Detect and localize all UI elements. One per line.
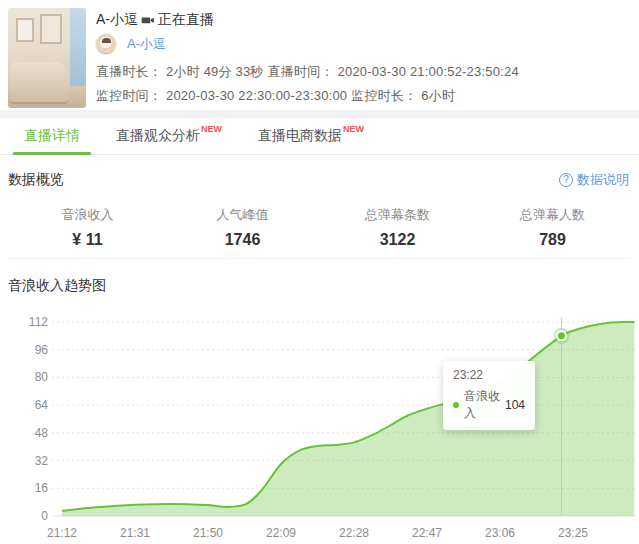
duration-label: 直播时长： <box>96 64 162 79</box>
overview-section-title: 数据概览 <box>8 171 64 189</box>
stat-danmaku-users: 总弹幕人数 789 <box>475 206 630 249</box>
live-status-badge: 正在直播 <box>158 11 214 29</box>
tooltip-time: 23:22 <box>453 368 525 382</box>
series-dot-icon <box>453 402 459 408</box>
page-title: A-小逗 正在直播 <box>96 11 214 29</box>
svg-text:23:25: 23:25 <box>558 526 588 540</box>
content-divider <box>8 258 631 259</box>
svg-text:0: 0 <box>41 509 48 523</box>
new-badge: NEW <box>201 124 222 134</box>
streamer-name-link[interactable]: A-小逗 <box>127 35 166 53</box>
tooltip-series-name: 音浪收入 <box>464 388 505 422</box>
stat-value: ¥ 11 <box>10 231 165 249</box>
svg-text:21:50: 21:50 <box>193 526 223 540</box>
svg-text:22:09: 22:09 <box>266 526 296 540</box>
stat-label: 总弹幕人数 <box>475 206 630 224</box>
monitor-time-value: 2020-03-30 22:30:00-23:30:00 <box>166 88 347 103</box>
svg-text:64: 64 <box>35 398 49 412</box>
monitor-duration-label: 监控时长： <box>351 88 417 103</box>
new-badge: NEW <box>343 124 364 134</box>
stat-value: 789 <box>475 231 630 249</box>
chart-section-title: 音浪收入趋势图 <box>8 277 106 295</box>
streamer-title: A-小逗 <box>96 11 138 29</box>
streamer-row: A-小逗 <box>95 33 166 55</box>
duration-value: 2小时 49分 33秒 <box>166 64 264 79</box>
avatar <box>95 33 117 55</box>
monitor-duration-value: 6小时 <box>421 88 455 103</box>
svg-text:16: 16 <box>35 481 49 495</box>
thumbnail-decor <box>40 14 62 44</box>
chart-tooltip: 23:22 音浪收入 104 <box>443 361 535 430</box>
stat-income: 音浪收入 ¥ 11 <box>10 206 165 249</box>
question-circle-icon: ? <box>559 173 573 187</box>
svg-text:32: 32 <box>35 454 49 468</box>
svg-text:23:06: 23:06 <box>485 526 515 540</box>
svg-text:21:31: 21:31 <box>120 526 150 540</box>
stat-label: 人气峰值 <box>165 206 320 224</box>
tooltip-series-row: 音浪收入 104 <box>453 388 525 422</box>
stat-danmaku-count: 总弹幕条数 3122 <box>320 206 475 249</box>
live-time-value: 2020-03-30 21:00:52-23:50:24 <box>338 64 519 79</box>
stats-row: 音浪收入 ¥ 11 人气峰值 1746 总弹幕条数 3122 总弹幕人数 789 <box>10 206 630 249</box>
tooltip-value: 104 <box>505 398 525 412</box>
stat-label: 总弹幕条数 <box>320 206 475 224</box>
monitor-time-line: 监控时间：2020-03-30 22:30:00-23:30:00监控时长：6小… <box>96 87 459 105</box>
svg-text:22:28: 22:28 <box>339 526 369 540</box>
live-report-page: A-小逗 正在直播 A-小逗 直播时长：2小时 49分 33秒直播时间：2020… <box>0 0 639 544</box>
svg-text:96: 96 <box>35 343 49 357</box>
tab-label: 直播电商数据 <box>258 127 342 145</box>
thumbnail-decor <box>70 8 86 86</box>
stat-value: 3122 <box>320 231 475 249</box>
tab-live-detail[interactable]: 直播详情 <box>13 118 91 154</box>
section-separator <box>0 110 639 118</box>
tab-label: 直播观众分析 <box>116 127 200 145</box>
thumbnail-decor <box>10 62 68 102</box>
svg-text:21:12: 21:12 <box>47 526 77 540</box>
stream-thumbnail <box>8 8 86 108</box>
svg-text:48: 48 <box>35 426 49 440</box>
svg-text:80: 80 <box>35 370 49 384</box>
stat-label: 音浪收入 <box>10 206 165 224</box>
tab-label: 直播详情 <box>24 127 80 145</box>
video-camera-icon <box>141 13 155 27</box>
stat-peak-popularity: 人气峰值 1746 <box>165 206 320 249</box>
svg-text:112: 112 <box>29 315 48 329</box>
live-time-label: 直播时间： <box>268 64 334 79</box>
tab-bar: 直播详情 直播观众分析 NEW 直播电商数据 NEW <box>0 118 639 155</box>
tab-ecommerce-data[interactable]: 直播电商数据 NEW <box>247 118 375 154</box>
stat-value: 1746 <box>165 231 320 249</box>
income-trend-chart[interactable]: 016324864809611221:1221:3121:5022:0922:2… <box>0 300 639 544</box>
svg-text:22:47: 22:47 <box>412 526 442 540</box>
monitor-time-label: 监控时间： <box>96 88 162 103</box>
tab-audience-analysis[interactable]: 直播观众分析 NEW <box>105 118 233 154</box>
thumbnail-decor <box>16 18 34 42</box>
stream-duration-line: 直播时长：2小时 49分 33秒直播时间：2020-03-30 21:00:52… <box>96 63 523 81</box>
help-link-label: 数据说明 <box>577 171 629 189</box>
data-help-link[interactable]: ? 数据说明 <box>559 171 629 189</box>
